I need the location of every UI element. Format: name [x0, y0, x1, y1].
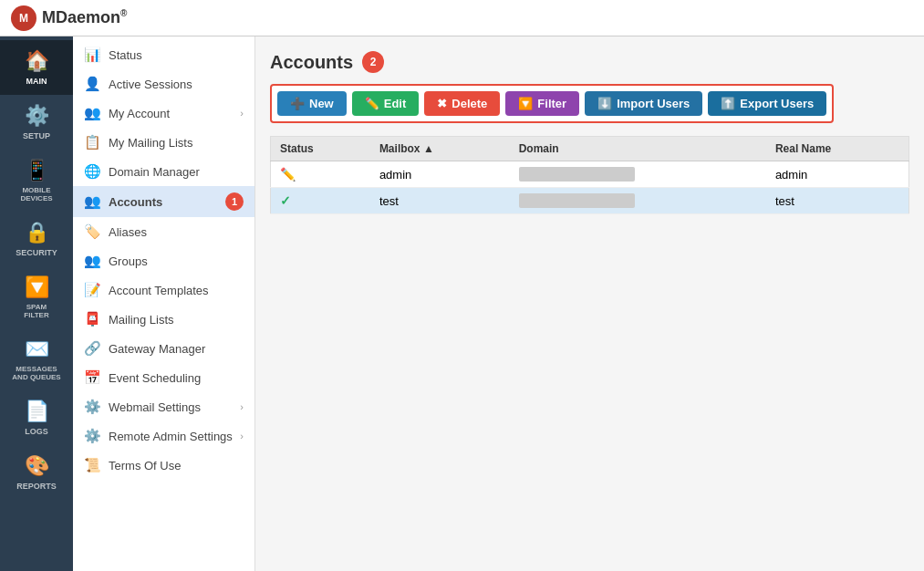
- terms-icon: 📜: [84, 457, 101, 473]
- sidebar-label-accounts: Accounts: [109, 195, 162, 209]
- top-bar: M MDaemon®: [0, 0, 924, 36]
- sidebar-item-account-templates[interactable]: 📝 Account Templates: [73, 275, 254, 305]
- sidebar-label-mailing-lists: My Mailing Lists: [109, 136, 192, 150]
- delete-icon: ✖: [437, 97, 447, 110]
- sidebar-item-groups[interactable]: 👥 Groups: [73, 246, 254, 275]
- edit-icon: ✏️: [365, 97, 379, 110]
- filter-label: Filter: [537, 97, 566, 110]
- export-button[interactable]: ⬆️ Export Users: [708, 91, 826, 116]
- row-domain-2: ██████████████: [510, 188, 766, 214]
- sidebar-label-groups: Groups: [109, 254, 148, 268]
- sidebar-label-event-scheduling: Event Scheduling: [109, 371, 201, 385]
- nav-item-logs[interactable]: 📄 LOGS: [0, 390, 73, 445]
- toolbar: ➕ New ✏️ Edit ✖ Delete 🔽 Filter ⬇️ Impor…: [270, 84, 834, 123]
- domain-blur-2: ██████████████: [519, 193, 635, 208]
- accounts-icon: 👥: [84, 193, 101, 210]
- delete-button[interactable]: ✖ Delete: [424, 91, 500, 116]
- nav-label-main: MAIN: [26, 77, 47, 86]
- import-icon: ⬇️: [597, 97, 612, 110]
- nav-item-main[interactable]: 🏠 MAIN: [0, 40, 73, 95]
- filter-button[interactable]: 🔽 Filter: [505, 91, 579, 116]
- nav-label-messages: MESSAGESAND QUEUES: [12, 365, 60, 381]
- gateway-icon: 🔗: [84, 340, 101, 357]
- sidebar-item-active-sessions[interactable]: 👤 Active Sessions: [73, 69, 254, 99]
- sidebar-label-terms: Terms Of Use: [109, 459, 181, 472]
- sidebar-item-my-account[interactable]: 👥 My Account ›: [73, 99, 254, 128]
- sidebar-label-mailing-lists2: Mailing Lists: [109, 313, 174, 327]
- nav-label-mobile: MOBILEDEVICES: [20, 186, 52, 202]
- sidebar-label-status: Status: [109, 48, 142, 62]
- sidebar-label-active-sessions: Active Sessions: [109, 78, 192, 91]
- status-icon: 📊: [84, 47, 101, 63]
- col-domain[interactable]: Domain: [510, 137, 766, 161]
- logo-reg: ®: [120, 8, 127, 18]
- export-label: Export Users: [740, 97, 814, 110]
- lock-icon: 🔒: [25, 221, 49, 244]
- sidebar-label-domain-manager: Domain Manager: [109, 165, 200, 179]
- row-mailbox-1: admin: [370, 161, 510, 188]
- logs-icon: 📄: [25, 400, 49, 423]
- sidebar-item-remote-admin[interactable]: ⚙️ Remote Admin Settings ›: [73, 421, 254, 451]
- remote-admin-arrow: ›: [240, 431, 244, 441]
- webmail-icon: ⚙️: [84, 399, 101, 415]
- domain-blur-1: ██████████████: [519, 167, 635, 182]
- logo-icon: M: [11, 5, 36, 31]
- sidebar-label-remote-admin: Remote Admin Settings: [109, 430, 233, 443]
- filter-icon: 🔽: [518, 97, 533, 110]
- nav-item-setup[interactable]: ⚙️ SETUP: [0, 95, 73, 150]
- sidebar-item-status[interactable]: 📊 Status: [73, 40, 254, 69]
- sidebar-label-account-templates: Account Templates: [109, 284, 209, 297]
- pencil-icon: ✏️: [280, 167, 296, 182]
- col-status[interactable]: Status: [271, 137, 370, 161]
- content-area: Accounts 2 ➕ New ✏️ Edit ✖ Delete 🔽 Filt…: [255, 36, 924, 571]
- sidebar-item-event-scheduling[interactable]: 📅 Event Scheduling: [73, 363, 254, 392]
- sidebar-item-domain-manager[interactable]: 🌐 Domain Manager: [73, 157, 254, 186]
- nav-item-mobile[interactable]: 📱 MOBILEDEVICES: [0, 150, 73, 212]
- sidebar-item-mailing-lists[interactable]: 📋 My Mailing Lists: [73, 128, 254, 157]
- nav-item-reports[interactable]: 🎨 REPORTS: [0, 445, 73, 500]
- table-row[interactable]: ✏️ admin ██████████████ admin: [271, 161, 909, 188]
- nav-label-setup: SETUP: [23, 131, 50, 140]
- nav-label-reports: REPORTS: [16, 482, 57, 491]
- groups-icon: 👥: [84, 253, 101, 269]
- reports-icon: 🎨: [25, 454, 49, 478]
- filter-icon: 🔽: [25, 275, 49, 299]
- row-status-2: ✓: [271, 188, 370, 214]
- edit-label: Edit: [384, 97, 407, 110]
- nav-item-spam[interactable]: 🔽 SPAMFILTER: [0, 266, 73, 328]
- delete-label: Delete: [452, 97, 487, 110]
- table-row[interactable]: ✓ test ██████████████ test: [271, 188, 909, 214]
- webmail-arrow: ›: [240, 401, 244, 412]
- gear-icon: ⚙️: [25, 104, 49, 128]
- col-mailbox[interactable]: Mailbox ▲: [370, 137, 510, 161]
- active-sessions-icon: 👤: [84, 76, 101, 92]
- row-realname-1: admin: [766, 161, 909, 188]
- logo-text: MDaemon®: [42, 8, 127, 27]
- logo: M MDaemon®: [11, 5, 127, 31]
- account-templates-icon: 📝: [84, 282, 101, 298]
- home-icon: 🏠: [25, 49, 49, 73]
- sidebar-label-gateway-manager: Gateway Manager: [109, 342, 205, 356]
- sidebar-item-webmail-settings[interactable]: ⚙️ Webmail Settings ›: [73, 392, 254, 421]
- page-header: Accounts 2: [270, 51, 909, 73]
- col-realname[interactable]: Real Name: [766, 137, 909, 161]
- nav-item-security[interactable]: 🔒 SECURITY: [0, 212, 73, 266]
- sidebar-item-gateway-manager[interactable]: 🔗 Gateway Manager: [73, 334, 254, 363]
- sidebar-item-aliases[interactable]: 🏷️ Aliases: [73, 217, 254, 246]
- row-mailbox-2: test: [370, 188, 510, 214]
- row-realname-2: test: [766, 188, 909, 214]
- sidebar-item-terms[interactable]: 📜 Terms Of Use: [73, 451, 254, 480]
- new-button[interactable]: ➕ New: [277, 91, 347, 116]
- table-header-row: Status Mailbox ▲ Domain Real Name: [271, 137, 909, 161]
- domain-icon: 🌐: [84, 163, 101, 180]
- sidebar: 📊 Status 👤 Active Sessions 👥 My Account …: [73, 36, 255, 571]
- sidebar-item-mailing-lists2[interactable]: 📮 Mailing Lists: [73, 305, 254, 334]
- page-title: Accounts: [270, 52, 353, 73]
- sidebar-item-accounts[interactable]: 👥 Accounts 1: [73, 186, 254, 217]
- nav-item-messages[interactable]: ✉️ MESSAGESAND QUEUES: [0, 328, 73, 390]
- messages-icon: ✉️: [25, 337, 49, 361]
- remote-admin-icon: ⚙️: [84, 428, 101, 444]
- step-badge-1: 1: [225, 192, 244, 211]
- edit-button[interactable]: ✏️ Edit: [352, 91, 420, 116]
- import-button[interactable]: ⬇️ Import Users: [585, 91, 702, 116]
